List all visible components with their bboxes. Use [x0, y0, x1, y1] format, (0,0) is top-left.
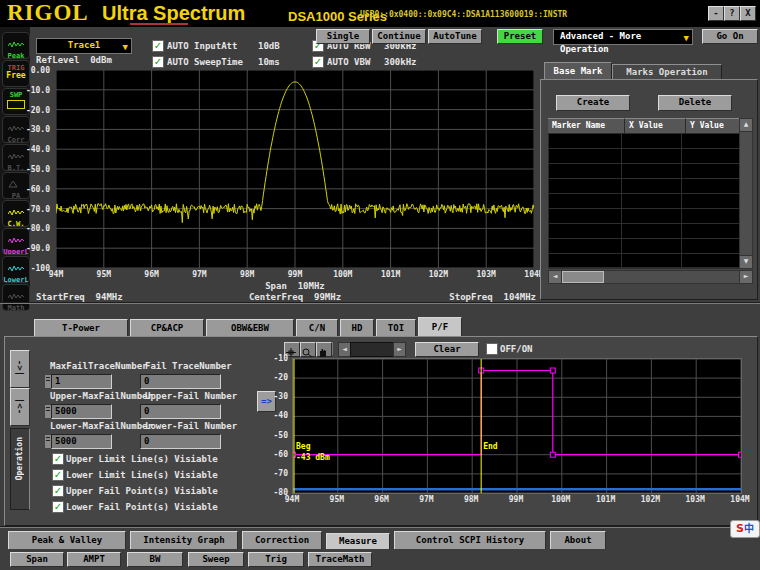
tab-control-scpi-history[interactable]: Control SCPI History: [394, 531, 546, 549]
max-fail-trace-input[interactable]: 1: [51, 374, 112, 389]
upper-max-fail-input[interactable]: 5000: [51, 404, 112, 419]
preset-button[interactable]: Preset: [497, 29, 543, 44]
tab-about[interactable]: About: [550, 531, 606, 549]
tab-cp-acp[interactable]: CP&ACP: [130, 319, 204, 337]
tick-label: -40.0: [26, 145, 50, 154]
close-button[interactable]: X: [740, 6, 756, 21]
column-header-marker-name[interactable]: Marker Name: [548, 118, 625, 133]
help-button[interactable]: ?: [724, 6, 740, 21]
tick-label: 97M: [182, 270, 216, 279]
fail-trace-input[interactable]: 0: [140, 374, 221, 389]
tab-peak-valley[interactable]: Peak & Valley: [8, 531, 126, 549]
tick-label: 102M: [421, 270, 455, 279]
advanced-operation-select[interactable]: Advanced - More Operation ▼: [553, 29, 693, 45]
scroll-down-icon[interactable]: ▼: [739, 255, 753, 269]
trace-next-icon[interactable]: ►: [393, 342, 406, 357]
tab-obw-ebw[interactable]: OBW&EBW: [206, 319, 294, 337]
single-button[interactable]: Single: [316, 29, 370, 44]
column-header-x-value[interactable]: X Value: [625, 118, 686, 133]
tick-label: 102M: [633, 495, 667, 504]
pan-hand-icon[interactable]: [316, 342, 332, 357]
tick-label: 103M: [469, 270, 503, 279]
autotune-button[interactable]: AutoTune: [428, 29, 482, 44]
pan-right-button[interactable]: ->|: [10, 350, 30, 388]
table-row[interactable]: [549, 239, 739, 254]
tab-t-power[interactable]: T-Power: [34, 319, 128, 337]
continue-button[interactable]: Continue: [372, 29, 426, 44]
tick-label: -20.0: [26, 106, 50, 115]
spectrum-chart[interactable]: [56, 70, 534, 268]
lower-fail-input[interactable]: 0: [140, 434, 221, 449]
tracemath-button[interactable]: TraceMath: [308, 552, 372, 567]
separator: [0, 527, 760, 528]
minimize-button[interactable]: -: [708, 6, 724, 21]
tab-hd[interactable]: HD: [340, 319, 374, 337]
upper-fail-label: Upper-Fail Number: [145, 391, 237, 401]
scrollbar-thumb[interactable]: [562, 271, 604, 283]
lower-max-fail-input[interactable]: 5000: [51, 434, 112, 449]
tab-toi[interactable]: TOI: [376, 319, 416, 337]
tab-operation[interactable]: Operation: [10, 428, 30, 510]
lower-fail-point-checkbox[interactable]: ✓: [52, 501, 64, 513]
tab-base-mark[interactable]: Base Mark: [544, 62, 612, 80]
horizontal-scrollbar[interactable]: [561, 270, 740, 284]
ime-indicator[interactable]: S中: [730, 520, 760, 538]
tick-label: 96M: [365, 495, 399, 504]
marker-table[interactable]: [548, 133, 740, 268]
tick-label: 98M: [230, 270, 264, 279]
tab-marks-operation[interactable]: Marks Operation: [612, 64, 722, 80]
bw-button[interactable]: BW: [127, 552, 183, 567]
scroll-right-icon[interactable]: ►: [739, 270, 753, 284]
sidebar-item-label: LowerL: [3, 276, 29, 283]
pf-chart[interactable]: Beg-43 dBmEnd: [292, 358, 742, 494]
tab-measure[interactable]: Measure: [326, 533, 390, 549]
ampt-button[interactable]: AMPT: [67, 552, 121, 567]
table-row[interactable]: [549, 179, 739, 194]
cursor-sublabel: -43 dBm: [296, 453, 330, 462]
table-row[interactable]: [549, 209, 739, 224]
table-row[interactable]: [549, 164, 739, 179]
tick-label: 97M: [409, 495, 443, 504]
ime-s-icon: S: [736, 522, 744, 535]
off-on-checkbox[interactable]: [486, 343, 498, 355]
lower-limit-line-checkbox[interactable]: ✓: [52, 469, 64, 481]
scroll-up-icon[interactable]: ▲: [739, 118, 753, 132]
tab-correction[interactable]: Correction: [242, 531, 322, 549]
trace-select[interactable]: Trace1 ▼: [36, 38, 132, 54]
clear-button[interactable]: Clear: [415, 342, 479, 357]
sweep-button[interactable]: Sweep: [188, 552, 244, 567]
trace-selector-field[interactable]: [350, 342, 394, 357]
auto-vbw-checkbox[interactable]: ✓: [312, 56, 324, 68]
table-row[interactable]: [549, 224, 739, 239]
sidebar-item-math[interactable]: Math: [2, 284, 30, 311]
upper-limit-line-checkbox[interactable]: ✓: [52, 453, 64, 465]
sidebar-item-peak[interactable]: Peak: [2, 32, 30, 59]
column-header-y-value[interactable]: Y Value: [686, 118, 741, 133]
delete-marker-button[interactable]: Delete: [658, 95, 732, 111]
table-row[interactable]: [549, 194, 739, 209]
title-bar: RIGOL Ultra Spectrum DSA1000 Series USB0…: [0, 0, 760, 27]
table-row[interactable]: [549, 134, 739, 149]
tab-intensity-graph[interactable]: Intensity Graph: [130, 531, 238, 549]
upper-fail-input[interactable]: 0: [140, 404, 221, 419]
scroll-left-icon[interactable]: ◄: [548, 270, 562, 284]
sidebar-item-label: Peak: [3, 52, 29, 59]
go-on-button[interactable]: Go On: [702, 29, 758, 44]
auto-sweep-time-checkbox[interactable]: ✓: [152, 56, 164, 68]
arrow-end-icon: ->|: [15, 360, 25, 376]
trig-button[interactable]: Trig: [248, 552, 304, 567]
pan-left-button[interactable]: |<-: [10, 388, 30, 426]
cursor-label: Beg: [296, 442, 311, 451]
create-marker-button[interactable]: Create: [556, 95, 630, 111]
tab-cn[interactable]: C/N: [296, 319, 338, 337]
tick-label: 99M: [499, 495, 533, 504]
zoom-select-icon[interactable]: [300, 342, 316, 357]
upper-fail-point-checkbox[interactable]: ✓: [52, 485, 64, 497]
auto-input-att-checkbox[interactable]: ✓: [152, 40, 164, 52]
vertical-scrollbar[interactable]: [739, 131, 753, 256]
tab-pf[interactable]: P/F: [418, 317, 462, 337]
table-row[interactable]: [549, 254, 739, 269]
fail-trace-label: Fail TraceNumber: [145, 361, 232, 371]
table-row[interactable]: [549, 149, 739, 164]
span-button[interactable]: Span: [10, 552, 64, 567]
